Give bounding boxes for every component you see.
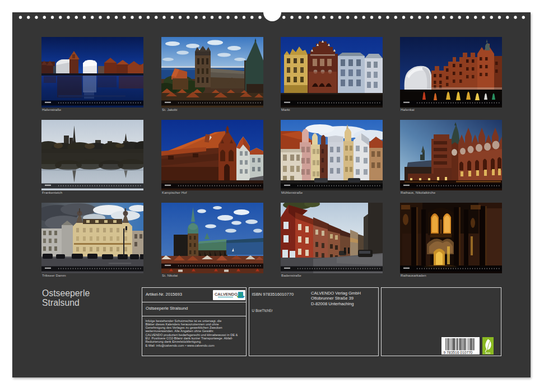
svg-text:eco: eco — [486, 351, 491, 354]
svg-text:9 783516 010770: 9 783516 010770 — [443, 351, 472, 354]
svg-text:CALVENDO: CALVENDO — [215, 292, 238, 297]
